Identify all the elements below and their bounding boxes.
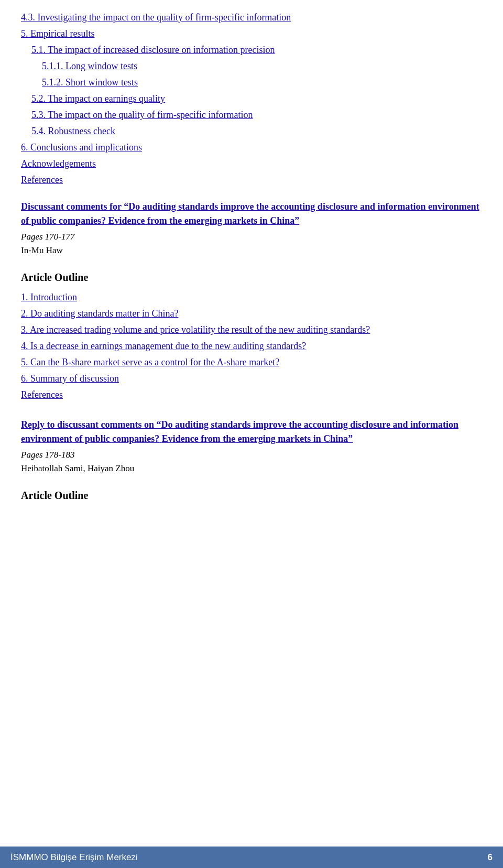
outline-1-item-2[interactable]: 2. Do auditing standards matter in China… [21,307,482,321]
article-1-author: In-Mu Haw [21,244,482,257]
toc-item-5-1[interactable]: 5.1. The impact of increased disclosure … [31,43,482,57]
outline-2: Article Outline [21,487,482,503]
outline-1: Article Outline 1. Introduction 2. Do au… [21,269,482,402]
article-2-title-part2: Evidence from the emerging markets in Ch… [162,433,353,444]
article-2: Reply to discussant comments on “Do audi… [21,418,482,475]
outline-1-item-3[interactable]: 3. Are increased trading volume and pric… [21,323,482,337]
outline-1-item-4[interactable]: 4. Is a decrease in earnings management … [21,339,482,353]
article-2-pages: Pages 178-183 [21,448,482,462]
article-2-author: Heibatollah Sami, Haiyan Zhou [21,462,482,475]
footer-bar: İSMMMO Bilgişe Erişim Merkezi 6 [0,847,503,869]
toc-item-5-4[interactable]: 5.4. Robustness check [31,124,482,138]
outline-2-heading: Article Outline [21,487,482,503]
outline-1-list: 1. Introduction 2. Do auditing standards… [21,290,482,402]
toc-item-5[interactable]: 5. Empirical results [21,27,482,41]
article-1: Discussant comments for “Do auditing sta… [21,200,482,257]
toc-list-1: 4.3. Investigating the impact on the qua… [21,10,482,187]
outline-1-item-ref[interactable]: References [21,388,482,402]
article-2-title[interactable]: Reply to discussant comments on “Do audi… [21,418,482,446]
toc-item-references-1[interactable]: References [21,173,482,187]
toc-item-6[interactable]: 6. Conclusions and implications [21,140,482,155]
toc-item-5-1-1[interactable]: 5.1.1. Long window tests [42,59,482,73]
outline-1-item-5[interactable]: 5. Can the B-share market serve as a con… [21,355,482,370]
footer-page: 6 [488,851,493,864]
toc-item-4-3[interactable]: 4.3. Investigating the impact on the qua… [21,10,482,25]
article-1-title-part2: Evidence from the emerging markets in Ch… [108,215,300,226]
outline-1-item-1[interactable]: 1. Introduction [21,290,482,305]
toc-item-5-1-2[interactable]: 5.1.2. Short window tests [42,75,482,90]
toc-item-5-3[interactable]: 5.3. The impact on the quality of firm-s… [31,108,482,122]
toc-section-1: 4.3. Investigating the impact on the qua… [21,10,482,187]
toc-item-5-2[interactable]: 5.2. The impact on earnings quality [31,92,482,106]
article-1-pages: Pages 170-177 [21,230,482,244]
footer-text: İSMMMO Bilgişe Erişim Merkezi [10,851,138,864]
outline-1-item-6[interactable]: 6. Summary of discussion [21,372,482,386]
article-1-title[interactable]: Discussant comments for “Do auditing sta… [21,200,482,228]
outline-1-heading: Article Outline [21,269,482,285]
toc-item-acknowledgements[interactable]: Acknowledgements [21,157,482,171]
